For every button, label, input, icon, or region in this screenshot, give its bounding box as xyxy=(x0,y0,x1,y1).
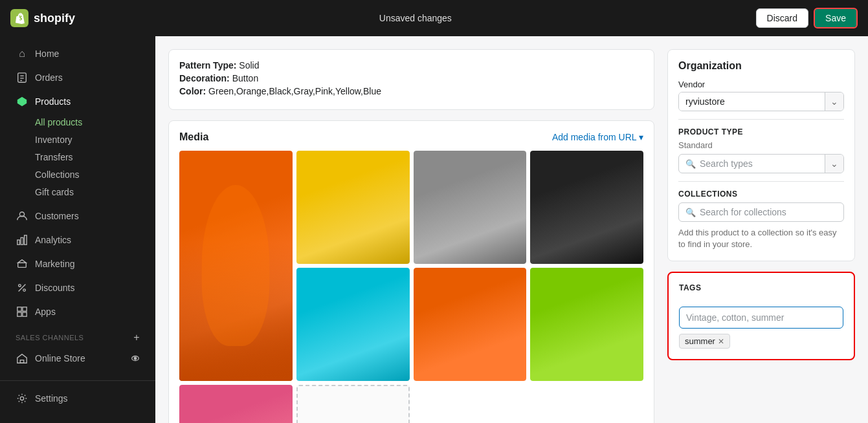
sidebar-item-marketing[interactable]: Marketing xyxy=(5,252,150,276)
collections-helper: Add this product to a collection so it's… xyxy=(678,227,844,250)
unsaved-status: Unsaved changes xyxy=(75,13,756,23)
svg-point-10 xyxy=(23,289,26,292)
sidebar-item-analytics[interactable]: Analytics xyxy=(5,228,150,252)
search-types-icon: 🔍 xyxy=(685,159,696,169)
shopify-icon xyxy=(10,9,28,27)
orders-icon xyxy=(16,71,28,84)
settings-icon xyxy=(16,392,28,405)
svg-rect-7 xyxy=(21,237,23,244)
topbar: shopify Unsaved changes Discard Save xyxy=(0,0,868,36)
settings-divider xyxy=(0,380,155,386)
svg-rect-14 xyxy=(17,312,21,316)
media-thumb-2[interactable] xyxy=(414,151,527,264)
customers-icon xyxy=(16,210,28,222)
marketing-icon xyxy=(16,257,28,270)
svg-point-18 xyxy=(134,357,137,360)
tag-chip-summer: summer ✕ xyxy=(679,334,730,349)
sidebar-item-orders[interactable]: Orders xyxy=(5,66,150,89)
store-icon xyxy=(16,352,28,365)
svg-rect-15 xyxy=(23,312,27,316)
remove-summer-tag[interactable]: ✕ xyxy=(718,337,724,346)
sidebar-item-customers[interactable]: Customers xyxy=(5,204,150,228)
svg-rect-16 xyxy=(20,360,23,363)
sidebar-item-gift-cards[interactable]: Gift cards xyxy=(5,184,150,201)
tags-panel: TAGS summer ✕ xyxy=(667,272,855,360)
svg-rect-8 xyxy=(25,235,27,244)
search-types-arrow[interactable]: ⌄ xyxy=(825,155,843,173)
sales-channels-label: SALES CHANNELS + xyxy=(5,324,150,346)
pattern-type: Pattern Type: Solid xyxy=(179,60,643,70)
logo: shopify xyxy=(10,9,75,27)
sidebar-item-home[interactable]: ⌂ Home xyxy=(5,42,150,65)
vendor-input-wrap: ⌄ xyxy=(678,92,844,111)
media-title: Media xyxy=(179,131,208,143)
search-types-input[interactable] xyxy=(700,158,818,169)
sidebar: ⌂ Home Orders Products xyxy=(0,36,155,423)
media-thumb-7[interactable] xyxy=(179,385,293,424)
tags-list: summer ✕ xyxy=(679,334,843,349)
product-type-label: PRODUCT TYPE xyxy=(678,127,844,136)
vendor-arrow[interactable]: ⌄ xyxy=(825,92,843,111)
sidebar-item-discounts[interactable]: Discounts xyxy=(5,276,150,299)
main-content: Pattern Type: Solid Decoration: Button C… xyxy=(155,36,868,423)
right-panel: Organization Vendor ⌄ PRODUCT TYPE Stand… xyxy=(667,49,855,360)
media-grid: Add media or drop files to upload xyxy=(179,151,643,423)
sidebar-item-settings[interactable]: Settings xyxy=(5,387,150,410)
products-submenu: All products Inventory Transfers Collect… xyxy=(0,114,155,204)
decoration: Decoration: Button xyxy=(179,73,643,83)
logo-text: shopify xyxy=(34,12,75,25)
sidebar-item-all-products[interactable]: All products xyxy=(5,114,150,131)
add-media-url-link[interactable]: Add media from URL ▾ xyxy=(552,132,643,142)
sidebar-item-apps[interactable]: Apps xyxy=(5,300,150,323)
save-button[interactable]: Save xyxy=(814,8,858,28)
media-thumb-5[interactable] xyxy=(414,268,527,381)
product-type-sub: Standard xyxy=(678,140,844,150)
sidebar-item-collections[interactable]: Collections xyxy=(5,166,150,183)
organization-title: Organization xyxy=(678,60,844,72)
divider2 xyxy=(678,181,844,182)
divider1 xyxy=(678,119,844,120)
layout: ⌂ Home Orders Products xyxy=(0,36,868,423)
analytics-icon xyxy=(16,233,28,246)
products-icon xyxy=(16,95,28,108)
discounts-icon xyxy=(16,281,28,294)
search-types-wrap: 🔍 ⌄ xyxy=(678,154,844,173)
topbar-actions: Discard Save xyxy=(756,8,858,28)
add-media-box[interactable]: Add media or drop files to upload xyxy=(296,385,410,424)
media-thumb-4[interactable] xyxy=(296,268,410,381)
svg-marker-4 xyxy=(17,97,27,106)
collections-label: COLLECTIONS xyxy=(678,190,844,199)
sidebar-item-transfers[interactable]: Transfers xyxy=(5,149,150,166)
eye-icon xyxy=(131,354,140,363)
svg-line-11 xyxy=(19,285,26,292)
tags-label: TAGS xyxy=(679,283,843,292)
svg-rect-12 xyxy=(17,307,21,311)
svg-point-9 xyxy=(19,285,21,287)
search-collections-wrap: 🔍 xyxy=(678,202,844,222)
apps-icon xyxy=(16,305,28,318)
home-icon: ⌂ xyxy=(16,47,28,60)
media-thumb-6[interactable] xyxy=(530,268,643,381)
media-thumb-0[interactable] xyxy=(179,151,293,381)
sidebar-item-inventory[interactable]: Inventory xyxy=(5,131,150,148)
sidebar-item-products[interactable]: Products xyxy=(5,90,150,113)
organization-panel: Organization Vendor ⌄ PRODUCT TYPE Stand… xyxy=(667,49,855,261)
media-thumb-1[interactable] xyxy=(296,151,410,264)
discard-button[interactable]: Discard xyxy=(756,8,808,28)
search-collections-input[interactable] xyxy=(700,207,837,217)
search-collections-icon: 🔍 xyxy=(685,208,696,217)
svg-rect-6 xyxy=(17,240,20,244)
media-header: Media Add media from URL ▾ xyxy=(179,131,643,143)
content-area: Pattern Type: Solid Decoration: Button C… xyxy=(168,49,654,423)
add-sales-channel-icon[interactable]: + xyxy=(133,332,140,343)
media-card: Media Add media from URL ▾ xyxy=(168,120,654,423)
vendor-label: Vendor xyxy=(678,80,844,89)
svg-point-19 xyxy=(20,396,23,400)
vendor-input[interactable] xyxy=(679,92,825,111)
tags-input[interactable] xyxy=(679,307,843,329)
media-thumb-3[interactable] xyxy=(530,151,643,264)
product-info-card: Pattern Type: Solid Decoration: Button C… xyxy=(168,49,654,110)
sidebar-item-online-store[interactable]: Online Store xyxy=(5,347,150,370)
svg-rect-13 xyxy=(23,307,27,311)
color: Color: Green,Orange,Black,Gray,Pink,Yell… xyxy=(179,86,643,96)
